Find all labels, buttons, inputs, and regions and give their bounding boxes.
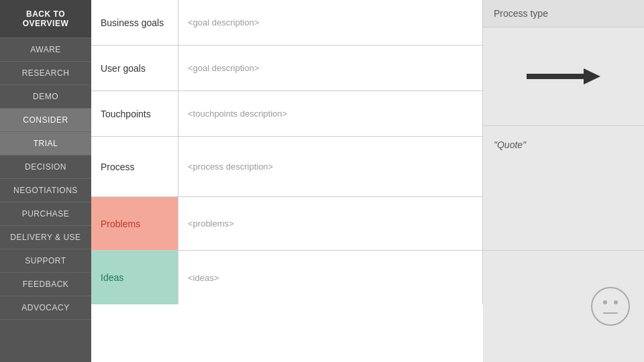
ideas-label: Ideas <box>91 251 178 304</box>
sidebar-item-aware[interactable]: AWARE <box>0 38 91 62</box>
right-arrow-icon <box>523 63 604 90</box>
user-goals-label: User goals <box>91 46 178 90</box>
process-row: Process <process description> <box>91 137 483 197</box>
quote-text: "Quote" <box>494 139 526 150</box>
process-type-quote-section: "Quote" <box>483 126 644 251</box>
ideas-row: Ideas <ideas> <box>91 251 483 304</box>
process-type-face-section <box>483 251 644 362</box>
touchpoints-label: Touchpoints <box>91 91 178 136</box>
user-goals-row: User goals <goal description> <box>91 46 483 91</box>
sidebar-item-support[interactable]: SUPPORT <box>0 249 91 273</box>
sidebar-item-delivery[interactable]: DELIVERY & USE <box>0 226 91 249</box>
sidebar-item-negotiations[interactable]: NEGOTIATIONS <box>0 179 91 202</box>
sidebar-item-advocacy[interactable]: ADVOCACY <box>0 296 91 320</box>
svg-point-3 <box>603 300 607 304</box>
touchpoints-desc[interactable]: <touchpoints description> <box>178 91 483 136</box>
sidebar-item-consider[interactable]: CONSIDER <box>0 109 91 132</box>
sidebar-item-purchase[interactable]: PURCHASE <box>0 202 91 226</box>
process-type-header: Process type <box>483 0 644 27</box>
user-goals-desc[interactable]: <goal description> <box>178 46 483 90</box>
business-goals-desc[interactable]: <goal description> <box>178 0 483 45</box>
problems-desc[interactable]: <problems> <box>178 197 483 250</box>
svg-point-4 <box>614 300 618 304</box>
sidebar-item-research[interactable]: RESEARCH <box>0 62 91 85</box>
sidebar-item-demo[interactable]: DEMO <box>0 85 91 109</box>
problems-row: Problems <problems> <box>91 197 483 251</box>
svg-point-2 <box>592 288 629 325</box>
svg-marker-1 <box>584 68 600 84</box>
process-label: Process <box>91 137 178 196</box>
sidebar-item-decision[interactable]: DECISION <box>0 156 91 179</box>
neutral-face-icon <box>590 286 631 326</box>
process-desc[interactable]: <process description> <box>178 137 483 196</box>
business-goals-row: Business goals <goal description> <box>91 0 483 46</box>
main-content: Business goals <goal description> User g… <box>91 0 483 362</box>
business-goals-label: Business goals <box>91 0 178 45</box>
sidebar-item-trial[interactable]: TRIAL <box>0 132 91 156</box>
sidebar: BACK TO OVERVIEW AWARE RESEARCH DEMO CON… <box>0 0 91 362</box>
process-type-arrow-section <box>483 27 644 126</box>
problems-label: Problems <box>91 197 178 250</box>
ideas-desc[interactable]: <ideas> <box>178 251 483 304</box>
touchpoints-row: Touchpoints <touchpoints description> <box>91 91 483 137</box>
process-type-panel: Process type "Quote" <box>483 0 644 362</box>
back-to-overview-button[interactable]: BACK TO OVERVIEW <box>0 0 91 38</box>
sidebar-item-feedback[interactable]: FEEDBACK <box>0 273 91 296</box>
